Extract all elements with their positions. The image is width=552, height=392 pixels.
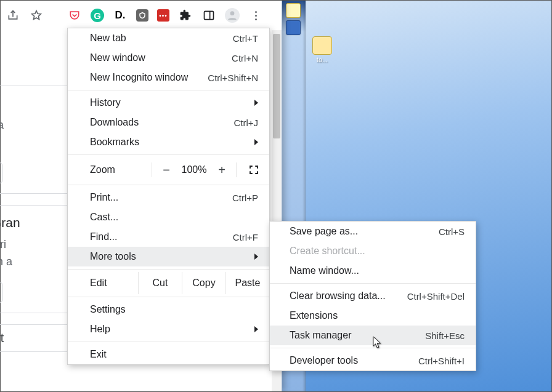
menu-label: Name window...	[290, 265, 465, 276]
card-title: to Pocket	[0, 331, 4, 345]
zoom-value: 100%	[177, 164, 211, 175]
menu-item-help[interactable]: Help	[68, 319, 269, 339]
edit-label: Edit	[90, 278, 138, 289]
menu-label: Create shortcut...	[290, 246, 465, 257]
remove-button[interactable]: emove	[0, 162, 3, 183]
menu-item-edit: Edit Cut Copy Paste	[68, 272, 269, 294]
chrome-main-menu: New tab Ctrl+T New window Ctrl+N New Inc…	[67, 28, 270, 365]
sidepanel-icon[interactable]	[201, 8, 216, 23]
menu-label: Extensions	[290, 310, 465, 321]
submenu-item-create-shortcut: Create shortcut...	[270, 241, 476, 261]
folder-icon	[312, 36, 332, 55]
desktop-folder[interactable]: to...	[312, 36, 332, 63]
menu-label: Bookmarks	[90, 137, 254, 148]
menu-item-zoom: Zoom − 100% +	[68, 158, 269, 182]
menu-shortcut: Ctrl+Shift+N	[208, 73, 258, 83]
menu-item-settings[interactable]: Settings	[68, 300, 269, 319]
menu-label: Help	[90, 324, 254, 335]
menu-label: New window	[90, 52, 232, 63]
menu-shortcut: Ctrl+S	[439, 226, 465, 237]
menu-label: New Incognito window	[90, 72, 208, 83]
menu-item-exit[interactable]: Exit	[68, 345, 269, 364]
kebab-menu-icon[interactable]	[248, 8, 263, 23]
menu-shortcut: Ctrl+T	[233, 33, 258, 44]
menu-shortcut: Ctrl+F	[233, 232, 258, 242]
share-icon[interactable]	[6, 8, 20, 23]
submenu-item-clear-data[interactable]: Clear browsing data... Ctrl+Shift+Del	[270, 286, 476, 306]
card-line: nunication a	[0, 255, 12, 268]
extensions-icon[interactable]	[178, 8, 193, 23]
menu-separator	[68, 90, 269, 90]
menu-item-bookmarks[interactable]: Bookmarks	[68, 132, 269, 152]
ublock-extension-icon[interactable]	[136, 9, 148, 22]
profile-avatar-icon[interactable]	[225, 8, 240, 23]
taskbar-icon-2[interactable]	[286, 20, 301, 35]
menu-label: Print...	[90, 192, 232, 203]
menu-item-find[interactable]: Find... Ctrl+F	[68, 227, 269, 247]
submenu-item-dev-tools[interactable]: Developer tools Ctrl+Shift+I	[270, 351, 476, 370]
svg-point-2	[230, 11, 235, 15]
chevron-right-icon	[254, 254, 258, 260]
menu-label: Downloads	[90, 117, 233, 128]
pocket-extension-icon[interactable]	[67, 8, 82, 23]
edit-paste-button[interactable]: Paste	[225, 272, 269, 294]
menu-separator	[270, 283, 476, 284]
edit-copy-button[interactable]: Copy	[182, 272, 225, 294]
zoom-in-button[interactable]: +	[211, 163, 232, 177]
menu-label: Exit	[90, 349, 258, 360]
menu-separator	[68, 185, 269, 185]
submenu-item-save-as[interactable]: Save page as... Ctrl+S	[270, 222, 476, 241]
menu-label: History	[90, 97, 254, 108]
star-icon[interactable]	[29, 8, 44, 23]
submenu-item-name-window[interactable]: Name window...	[270, 261, 476, 281]
fullscreen-icon[interactable]	[248, 164, 259, 175]
zoom-label: Zoom	[90, 164, 148, 175]
menu-label: Settings	[90, 304, 258, 315]
zoom-out-button[interactable]: −	[156, 163, 177, 177]
mouse-cursor	[373, 336, 384, 351]
menu-label: Task manager	[290, 330, 425, 341]
menu-label: New tab	[90, 33, 233, 44]
menu-shortcut: Shift+Esc	[425, 330, 465, 341]
menu-separator	[68, 269, 269, 270]
menu-item-downloads[interactable]: Downloads Ctrl+J	[68, 113, 269, 132]
menu-label: Save page as...	[290, 226, 439, 237]
remove-button[interactable]: emove	[0, 282, 3, 303]
lastpass-extension-icon[interactable]: •••	[157, 9, 169, 22]
menu-item-incognito[interactable]: New Incognito window Ctrl+Shift+N	[68, 68, 269, 87]
menu-shortcut: Ctrl+N	[232, 53, 258, 63]
menu-shortcut: Ctrl+P	[232, 193, 258, 203]
edit-cut-button[interactable]: Cut	[138, 272, 182, 294]
menu-shortcut: Ctrl+J	[233, 118, 258, 128]
submenu-item-extensions[interactable]: Extensions	[270, 306, 476, 326]
menu-label: Developer tools	[290, 355, 418, 366]
menu-item-new-window[interactable]: New window Ctrl+N	[68, 48, 269, 68]
desktop-folder-label: to...	[312, 56, 332, 63]
menu-shortcut: Ctrl+Shift+Del	[407, 291, 465, 302]
menu-label: Clear browsing data...	[290, 290, 407, 302]
scrollbar-thumb[interactable]	[273, 34, 280, 138]
card-line: ve your wri	[0, 238, 6, 250]
chevron-right-icon	[254, 139, 258, 145]
menu-item-cast[interactable]: Cast...	[68, 207, 269, 227]
menu-item-more-tools[interactable]: More tools	[68, 247, 269, 266]
screenshot-root: to... G D. •••	[0, 0, 552, 392]
taskbar-icon-1[interactable]	[286, 3, 301, 18]
browser-toolbar: G D. •••	[1, 1, 282, 31]
menu-separator	[68, 297, 269, 297]
menu-separator	[68, 342, 269, 342]
menu-separator	[68, 154, 269, 155]
menu-item-history[interactable]: History	[68, 93, 269, 113]
menu-label: Find...	[90, 231, 233, 242]
chevron-right-icon	[254, 326, 258, 332]
dictionary-extension-icon[interactable]: D.	[113, 8, 128, 23]
menu-label: Cast...	[90, 212, 258, 223]
card-line: the web fa	[0, 119, 4, 131]
menu-label: More tools	[90, 251, 254, 262]
menu-item-new-tab[interactable]: New tab Ctrl+T	[68, 28, 269, 48]
menu-item-print[interactable]: Print... Ctrl+P	[68, 188, 269, 207]
svg-rect-0	[205, 11, 214, 19]
menu-shortcut: Ctrl+Shift+I	[418, 356, 465, 366]
grammarly-extension-icon[interactable]: G	[91, 9, 104, 22]
chevron-right-icon	[254, 100, 258, 106]
